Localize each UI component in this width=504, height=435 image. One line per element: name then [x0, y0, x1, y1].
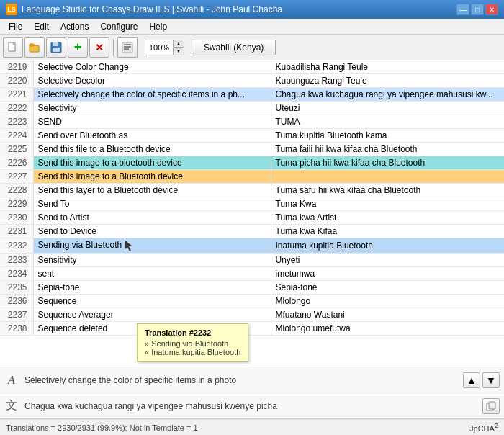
table-row[interactable]: 2229Send ToTuma Kwa [0, 197, 504, 211]
row-number: 2225 [0, 143, 33, 156]
row-number: 2234 [0, 267, 33, 281]
open-button[interactable] [24, 37, 45, 58]
trans-copy-button[interactable] [482, 398, 500, 414]
new-button[interactable] [3, 37, 23, 58]
zoom-input[interactable]: 100% [145, 43, 173, 52]
row-source: Send to Artist [33, 211, 271, 225]
row-source: SEND [33, 115, 271, 129]
app-icon: LS [6, 4, 17, 15]
row-number: 2220 [0, 74, 33, 88]
row-source: Selective Color Change [33, 60, 271, 74]
menu-help[interactable]: Help [143, 20, 173, 33]
trans-icon: 文 [4, 399, 19, 413]
svg-rect-8 [124, 44, 131, 45]
table-row[interactable]: 2224Send over Bluetooth asTuma kupitia B… [0, 129, 504, 143]
jpcha-badge: JpCHA2 [469, 422, 498, 433]
row-translation: Chagua kwa kuchagua rangi ya vipengee ma… [271, 88, 504, 102]
tooltip: Translation #2232 » Sending via Bluetoot… [137, 323, 248, 362]
source-icon: A [4, 373, 19, 387]
close-button[interactable]: ✕ [485, 4, 498, 15]
table-row[interactable]: 2236SequenceMlolongo [0, 295, 504, 308]
row-source: Selective Decolor [33, 74, 271, 88]
row-translation: Unyeti [271, 254, 504, 267]
row-number: 2233 [0, 254, 33, 267]
source-prev-button[interactable]: ▲ [463, 372, 480, 388]
add-button[interactable]: + [68, 37, 88, 58]
source-text: Selectively change the color of specific… [24, 375, 457, 385]
row-translation: Uteuzi [271, 102, 504, 115]
row-translation: Tuma picha hii kwa kifaa cha Bluetooth [271, 156, 504, 170]
row-translation [271, 170, 504, 184]
trans-text: Chagua kwa kuchagua rangi ya vipengee ma… [24, 401, 477, 411]
table-row[interactable]: 2220Selective DecolorKupunguza Rangi Teu… [0, 74, 504, 88]
zoom-up-button[interactable]: ▲ [174, 40, 184, 48]
minimize-button[interactable]: — [456, 4, 469, 15]
row-number: 2235 [0, 281, 33, 295]
row-number: 2229 [0, 197, 33, 211]
svg-rect-10 [124, 48, 129, 50]
trans-buttons [482, 398, 500, 414]
row-source: Send this file to a Bluetooth device [33, 143, 271, 156]
table-row[interactable]: 2219Selective Color ChangeKubadilisha Ra… [0, 60, 504, 74]
zoom-down-button[interactable]: ▼ [174, 48, 184, 55]
save-button[interactable] [46, 37, 66, 58]
table-row[interactable]: 2238Sequence deletedMlolongo umefutwa [0, 322, 504, 336]
row-source: Send this image to a Bluetooth device [33, 170, 271, 184]
svg-rect-3 [30, 44, 34, 46]
row-translation: Tuma kwa Kifaa [271, 225, 504, 238]
table-row[interactable]: 2234sentimetumwa [0, 267, 504, 281]
row-translation: Kupunguza Rangi Teule [271, 74, 504, 88]
row-translation: Kubadilisha Rangi Teule [271, 60, 504, 74]
row-number: 2236 [0, 295, 33, 308]
row-source: Send over Bluetooth as [33, 129, 271, 143]
svg-rect-13 [489, 402, 495, 409]
table-row[interactable]: 2226Send this image to a bluetooth devic… [0, 156, 504, 170]
language-button[interactable]: Swahili (Kenya) [192, 40, 276, 55]
row-translation: Tuma kwa Artist [271, 211, 504, 225]
delete-button[interactable]: ✕ [89, 37, 109, 58]
svg-marker-11 [125, 240, 132, 251]
row-number: 2224 [0, 129, 33, 143]
row-source: Sequence Averager [33, 308, 271, 322]
row-source: Sensitivity [33, 254, 271, 267]
row-number: 2230 [0, 211, 33, 225]
table-row[interactable]: 2222SelectivityUteuzi [0, 102, 504, 115]
menu-actions[interactable]: Actions [55, 20, 94, 33]
export-button[interactable] [117, 37, 138, 58]
row-number: 2223 [0, 115, 33, 129]
row-source: sent [33, 267, 271, 281]
row-source: Sepia-tone [33, 281, 271, 295]
table-row[interactable]: 2228Send this layer to a Bluetooth devic… [0, 184, 504, 197]
table-row[interactable]: 2235Sepia-toneSepia-tone [0, 281, 504, 295]
table-row[interactable]: 2237Sequence AveragerMfuatano Wastani [0, 308, 504, 322]
status-text: Translations = 2930/2931 (99.9%); Not in… [6, 423, 198, 432]
table-row[interactable]: 2227Send this image to a Bluetooth devic… [0, 170, 504, 184]
table-row[interactable]: 2223SENDTUMA [0, 115, 504, 129]
table-row[interactable]: 2233SensitivityUnyeti [0, 254, 504, 267]
maximize-button[interactable]: □ [471, 4, 484, 15]
row-translation: imetumwa [271, 267, 504, 281]
row-source: Sequence [33, 295, 271, 308]
translation-table: 2219Selective Color ChangeKubadilisha Ra… [0, 60, 504, 367]
row-number: 2228 [0, 184, 33, 197]
row-number: 2237 [0, 308, 33, 322]
tooltip-title: Translation #2232 [145, 328, 240, 337]
row-source: Send this layer to a Bluetooth device [33, 184, 271, 197]
table-row[interactable]: 2231Send to DeviceTuma kwa Kifaa [0, 225, 504, 238]
svg-rect-5 [53, 42, 58, 46]
row-translation: Inatuma kupitia Bluetooth [271, 238, 504, 254]
source-nav-buttons: ▲ ▼ [463, 372, 500, 388]
table-row[interactable]: 2221Selectively change the color of spec… [0, 88, 504, 102]
menu-file[interactable]: File [3, 20, 28, 33]
table-row[interactable]: 2230Send to ArtistTuma kwa Artist [0, 211, 504, 225]
table-row[interactable]: 2225Send this file to a Bluetooth device… [0, 143, 504, 156]
menu-configure[interactable]: Configure [94, 20, 143, 33]
toolbar: + ✕ 100% ▲ ▼ Swahili (Kenya) [0, 35, 504, 60]
source-next-button[interactable]: ▼ [482, 372, 500, 388]
zoom-control: 100% ▲ ▼ [145, 40, 184, 55]
menu-bar: File Edit Actions Configure Help [0, 19, 504, 35]
row-number: 2219 [0, 60, 33, 74]
menu-edit[interactable]: Edit [28, 20, 55, 33]
row-translation: Tuma Kwa [271, 197, 504, 211]
table-row[interactable]: 2232Sending via Bluetooth Inatuma kupiti… [0, 238, 504, 254]
